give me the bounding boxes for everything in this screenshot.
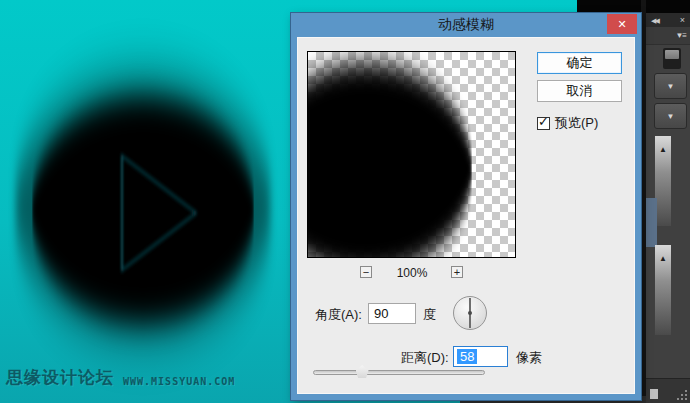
angle-dial-center bbox=[468, 311, 472, 315]
chevron-down-icon: ▼ bbox=[667, 82, 675, 91]
ok-button[interactable]: 确定 bbox=[537, 52, 622, 74]
close-panel-icon[interactable]: × bbox=[680, 16, 685, 25]
zoom-level: 100% bbox=[389, 266, 435, 280]
angle-unit: 度 bbox=[423, 306, 436, 324]
new-layer-icon[interactable] bbox=[650, 389, 658, 399]
cancel-button[interactable]: 取消 bbox=[537, 80, 622, 102]
panel-spinner-2[interactable]: ▲ bbox=[655, 245, 671, 335]
preview-image bbox=[308, 52, 516, 258]
motion-blur-dialog: 动感模糊 ✕ − 100% + 角度(A): 度 距离(D): bbox=[291, 13, 641, 400]
distance-slider-thumb[interactable] bbox=[356, 365, 369, 378]
preview-checkbox[interactable]: ✓ bbox=[537, 117, 550, 130]
panel-menu-icon[interactable]: ▼≡ bbox=[675, 31, 686, 40]
app-background bbox=[577, 0, 690, 13]
panel-footer bbox=[646, 378, 690, 403]
panel-dropdown-1[interactable]: ▼ bbox=[654, 73, 687, 99]
minus-icon: − bbox=[363, 266, 369, 278]
layers-panel: ◀◀ × ▼≡ ▼ ▼ ▲ ▲ bbox=[646, 13, 690, 403]
angle-label: 角度(A): bbox=[315, 306, 362, 324]
panel-header: ◀◀ × bbox=[646, 13, 690, 27]
chevron-up-icon: ▲ bbox=[659, 145, 667, 154]
zoom-in-button[interactable]: + bbox=[451, 266, 463, 278]
watermark-site-name: 思缘设计论坛 bbox=[6, 366, 114, 389]
panel-selection bbox=[646, 198, 657, 247]
photoshop-screen: 思缘设计论坛 WWW.MISSYUAN.COM ◀◀ × ▼≡ ▼ ▼ ▲ ▲ … bbox=[0, 0, 690, 403]
watermark-url: WWW.MISSYUAN.COM bbox=[123, 376, 235, 389]
panel-menu-row: ▼≡ bbox=[646, 27, 690, 45]
close-icon: ✕ bbox=[617, 18, 626, 31]
distance-input[interactable]: 58 bbox=[453, 346, 508, 367]
resize-grip-icon[interactable] bbox=[677, 390, 687, 400]
distance-selected-text: 58 bbox=[457, 349, 477, 364]
preview-checkbox-row: ✓ 预览(P) bbox=[537, 114, 598, 132]
dialog-titlebar[interactable]: 动感模糊 ✕ bbox=[291, 13, 641, 37]
panel-dropdown-2[interactable]: ▼ bbox=[654, 103, 687, 129]
angle-dial[interactable] bbox=[453, 296, 487, 330]
plus-icon: + bbox=[454, 266, 460, 278]
zoom-out-button[interactable]: − bbox=[360, 266, 372, 278]
dialog-content: − 100% + 角度(A): 度 距离(D): 58 像素 确定 取消 ✓ bbox=[297, 37, 635, 394]
distance-label: 距离(D): bbox=[401, 349, 449, 367]
check-icon: ✓ bbox=[538, 114, 549, 129]
preview-checkbox-label: 预览(P) bbox=[555, 114, 598, 132]
blur-preview[interactable] bbox=[307, 51, 516, 258]
collapse-panel-icon[interactable]: ◀◀ bbox=[651, 17, 658, 24]
distance-slider[interactable] bbox=[313, 370, 485, 375]
blend-toggle[interactable] bbox=[663, 48, 681, 69]
chevron-up-icon: ▲ bbox=[659, 254, 667, 263]
dialog-title: 动感模糊 bbox=[438, 16, 494, 34]
panel-spinner-1[interactable]: ▲ bbox=[655, 136, 671, 226]
watermark: 思缘设计论坛 WWW.MISSYUAN.COM bbox=[6, 366, 235, 389]
chevron-down-icon: ▼ bbox=[667, 112, 675, 121]
distance-unit: 像素 bbox=[516, 349, 542, 367]
close-button[interactable]: ✕ bbox=[607, 14, 637, 34]
angle-input[interactable] bbox=[368, 303, 416, 324]
